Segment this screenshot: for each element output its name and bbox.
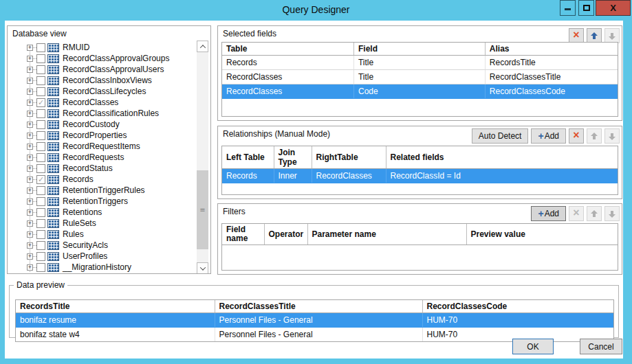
column-header-parameter-name[interactable]: Parameter name: [307, 224, 466, 245]
column-header-righttable[interactable]: RightTable: [312, 146, 386, 169]
checkbox[interactable]: ✓: [36, 230, 45, 239]
tree-item-recordrequests[interactable]: +✓RecordRequests: [27, 152, 195, 163]
move-field-up-button[interactable]: [587, 28, 602, 43]
checkbox[interactable]: ✓: [36, 186, 45, 195]
expand-plus-icon[interactable]: +: [27, 187, 33, 194]
tree-item-__migrationhistory[interactable]: +✓__MigrationHistory: [27, 262, 195, 273]
checkbox[interactable]: ✓: [36, 98, 45, 107]
ok-button[interactable]: OK: [512, 339, 554, 354]
tree-item-rulesets[interactable]: +✓RuleSets: [27, 218, 195, 229]
checkbox[interactable]: ✓: [36, 208, 45, 217]
table-row[interactable]: bonifaz resumePersonnel Files - GeneralH…: [16, 313, 613, 328]
expand-plus-icon[interactable]: +: [27, 209, 33, 216]
scroll-down-button[interactable]: [197, 262, 208, 274]
column-header-recordclassescode[interactable]: RecordClassesCode: [422, 300, 613, 313]
tree-item-rmuid[interactable]: +✓RMUID: [27, 42, 195, 53]
tree-item-retentions[interactable]: +✓Retentions: [27, 207, 195, 218]
tree-item-recordrequestitems[interactable]: +✓RecordRequestItems: [27, 141, 195, 152]
tree-item-recordclassapprovalusers[interactable]: +✓RecordClassApprovalUsers: [27, 64, 195, 75]
tree-item-recordclassificationrules[interactable]: +✓RecordClassificationRules: [27, 108, 195, 119]
column-header-table[interactable]: Table: [222, 43, 353, 56]
tree-item-recordproperties[interactable]: +✓RecordProperties: [27, 130, 195, 141]
column-header-left-table[interactable]: Left Table: [222, 146, 274, 169]
checkbox[interactable]: ✓: [36, 43, 45, 52]
tree-item-securityacls[interactable]: +✓SecurityAcls: [27, 240, 195, 251]
checkbox[interactable]: ✓: [36, 175, 45, 184]
column-header-join-type[interactable]: Join Type: [274, 146, 312, 169]
expand-plus-icon[interactable]: +: [27, 56, 33, 62]
checkbox[interactable]: ✓: [36, 87, 45, 96]
expand-plus-icon[interactable]: +: [27, 144, 33, 150]
expand-plus-icon[interactable]: +: [27, 253, 33, 260]
move-filter-down-button[interactable]: [604, 206, 620, 221]
checkbox[interactable]: ✓: [36, 252, 45, 261]
expand-plus-icon[interactable]: +: [27, 166, 33, 172]
minimize-button[interactable]: [560, 0, 576, 16]
tree-item-retentiontriggerrules[interactable]: +✓RetentionTriggerRules: [27, 185, 195, 196]
expand-plus-icon[interactable]: +: [27, 133, 33, 139]
table-row[interactable]: RecordsInnerRecordClassesRecordClassId =…: [222, 169, 618, 183]
scrollbar-thumb[interactable]: ≡: [197, 170, 208, 249]
column-header-field[interactable]: Field: [353, 43, 485, 56]
checkbox[interactable]: ✓: [36, 197, 45, 206]
column-header-related-fields[interactable]: Related fields: [386, 146, 618, 169]
table-row[interactable]: RecordsTitleRecordsTitle: [222, 56, 618, 70]
expand-plus-icon[interactable]: +: [27, 242, 33, 249]
title-bar[interactable]: Query Designer X: [0, 0, 632, 21]
tree-item-recordclassinboxviews[interactable]: +✓RecordClassInboxViews: [27, 75, 195, 86]
expand-plus-icon[interactable]: +: [27, 45, 33, 51]
expand-plus-icon[interactable]: +: [27, 231, 33, 238]
expand-plus-icon[interactable]: +: [27, 67, 33, 73]
move-filter-up-button[interactable]: [587, 206, 602, 221]
tree-item-recordcustody[interactable]: +✓RecordCustody: [27, 119, 195, 130]
remove-filter-button[interactable]: ×: [569, 206, 584, 221]
checkbox[interactable]: ✓: [36, 142, 45, 151]
maximize-button[interactable]: [578, 0, 594, 16]
tree-item-userprofiles[interactable]: +✓UserProfiles: [27, 251, 195, 262]
checkbox[interactable]: ✓: [36, 131, 45, 140]
checkbox[interactable]: ✓: [36, 164, 45, 173]
tree-item-records[interactable]: +✓Records: [27, 174, 195, 185]
checkbox[interactable]: ✓: [36, 109, 45, 118]
table-row[interactable]: RecordClassesCodeRecordClassesCode: [222, 84, 618, 99]
expand-plus-icon[interactable]: +: [27, 155, 33, 161]
checkbox[interactable]: ✓: [36, 219, 45, 228]
add-relationship-button[interactable]: + Add: [531, 128, 566, 144]
expand-plus-icon[interactable]: +: [27, 78, 33, 84]
remove-field-button[interactable]: ×: [569, 28, 584, 43]
database-tree[interactable]: +✓RMUID+✓RecordClassApprovalGroups+✓Reco…: [8, 42, 195, 273]
checkbox[interactable]: ✓: [36, 120, 45, 129]
column-header-operator[interactable]: Operator: [264, 224, 307, 245]
move-relationship-down-button[interactable]: [604, 128, 620, 144]
checkbox[interactable]: ✓: [36, 76, 45, 85]
checkbox[interactable]: ✓: [36, 241, 45, 250]
expand-plus-icon[interactable]: +: [27, 177, 33, 183]
checkbox[interactable]: ✓: [36, 153, 45, 162]
auto-detect-button[interactable]: Auto Detect: [472, 128, 529, 144]
table-row[interactable]: RecordClassesTitleRecordClassesTitle: [222, 70, 618, 84]
tree-item-recordclasses[interactable]: +✓RecordClasses: [27, 97, 195, 108]
close-button[interactable]: X: [596, 0, 631, 16]
add-filter-button[interactable]: + Add: [531, 206, 566, 221]
move-field-down-button[interactable]: [604, 28, 620, 43]
scroll-up-button[interactable]: [197, 41, 208, 52]
tree-scrollbar[interactable]: ≡: [197, 41, 208, 274]
tree-item-recordclasslifecycles[interactable]: +✓RecordClassLifecycles: [27, 86, 195, 97]
checkbox[interactable]: ✓: [36, 54, 45, 63]
tree-item-retentiontriggers[interactable]: +✓RetentionTriggers: [27, 196, 195, 207]
cancel-button[interactable]: Cancel: [580, 339, 622, 354]
column-header-field-name[interactable]: Field name: [222, 224, 264, 245]
checkbox[interactable]: ✓: [36, 65, 45, 74]
expand-plus-icon[interactable]: +: [27, 122, 33, 128]
tree-item-recordclassapprovalgroups[interactable]: +✓RecordClassApprovalGroups: [27, 53, 195, 64]
remove-relationship-button[interactable]: ×: [569, 128, 584, 144]
expand-plus-icon[interactable]: +: [27, 111, 33, 117]
column-header-alias[interactable]: Alias: [485, 43, 618, 56]
tree-item-rules[interactable]: +✓Rules: [27, 229, 195, 240]
column-header-recordstitle[interactable]: RecordsTitle: [16, 300, 215, 313]
tree-item-partial[interactable]: +✓: [27, 273, 195, 273]
expand-plus-icon[interactable]: +: [27, 89, 33, 95]
move-relationship-up-button[interactable]: [587, 128, 602, 144]
expand-plus-icon[interactable]: +: [27, 100, 33, 106]
column-header-recordclassestitle[interactable]: RecordClassesTitle: [215, 300, 422, 313]
